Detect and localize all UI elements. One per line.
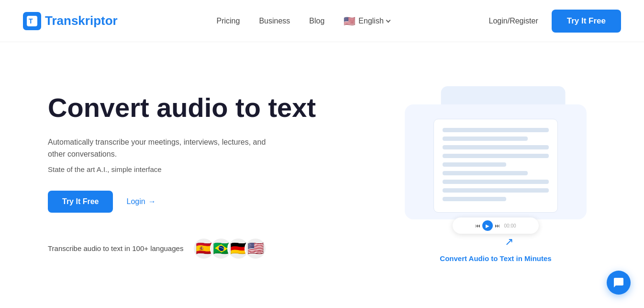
nav-link-business[interactable]: Business — [259, 17, 290, 25]
arrow-right-icon: → — [148, 197, 156, 206]
doc-line — [443, 137, 528, 141]
logo[interactable]: T Transkriptor — [23, 12, 118, 30]
language-selector[interactable]: 🇺🇸 English — [344, 15, 389, 27]
doc-line — [443, 128, 549, 132]
chevron-down-icon — [386, 18, 390, 23]
doc-line — [443, 145, 549, 149]
play-button[interactable]: ▶ — [482, 220, 493, 231]
audio-controls: ⏮ ▶ ⏭ — [475, 220, 500, 231]
doc-line — [443, 162, 506, 167]
nav-links: Pricing Business Blog 🇺🇸 English — [216, 15, 389, 27]
login-label: Login — [126, 197, 145, 206]
doc-line — [443, 197, 506, 201]
try-it-free-nav-button[interactable]: Try It Free — [552, 10, 621, 33]
doc-line — [443, 180, 549, 184]
login-register-link[interactable]: Login/Register — [489, 17, 538, 25]
lang-support-text: Transcribe audio to text in 100+ languag… — [48, 244, 183, 252]
convert-label: Convert Audio to Text in Minutes — [440, 254, 551, 262]
nav-right: Login/Register Try It Free — [489, 10, 621, 33]
lang-label: English — [358, 17, 383, 25]
hero-actions: Try It Free Login → — [48, 191, 316, 213]
doc-line — [443, 171, 528, 175]
audio-player-bar[interactable]: ⏮ ▶ ⏭ 00:00 — [453, 217, 539, 234]
chat-icon — [613, 277, 624, 288]
document-card — [433, 119, 558, 213]
doc-line — [443, 188, 549, 193]
lang-flag: 🇺🇸 — [344, 15, 355, 27]
hero-sub-description: State of the art A.I., simple interface — [48, 165, 316, 173]
chat-support-button[interactable] — [607, 271, 631, 295]
nav-link-blog[interactable]: Blog — [309, 17, 324, 25]
languages-row: Transcribe audio to text in 100+ languag… — [48, 238, 316, 260]
hero-title: Convert audio to text — [48, 93, 316, 123]
hero-section: Convert audio to text Automatically tran… — [0, 42, 644, 301]
rewind-icon: ⏮ — [475, 223, 480, 228]
time-label: 00:00 — [504, 223, 516, 228]
navbar: T Transkriptor Pricing Business Blog 🇺🇸 … — [0, 0, 644, 42]
flag-american: 🇺🇸 — [244, 238, 266, 260]
flag-icons: 🇪🇸 🇧🇷 🇩🇪 🇺🇸 — [193, 238, 266, 260]
illustration-background — [405, 104, 587, 219]
cursor-icon: ↗ — [505, 236, 513, 248]
login-hero-link[interactable]: Login → — [126, 197, 155, 206]
svg-text:T: T — [29, 17, 33, 25]
try-it-free-hero-button[interactable]: Try It Free — [48, 191, 113, 213]
logo-text: Transkriptor — [45, 13, 118, 28]
hero-description: Automatically transcribe your meetings, … — [48, 136, 278, 160]
fast-forward-icon: ⏭ — [495, 223, 500, 228]
hero-content: Convert audio to text Automatically tran… — [48, 93, 316, 260]
nav-link-pricing[interactable]: Pricing — [216, 17, 240, 25]
doc-line — [443, 154, 549, 158]
hero-illustration: ⏮ ▶ ⏭ 00:00 ↗ Convert Audio to Text in M… — [405, 95, 606, 258]
